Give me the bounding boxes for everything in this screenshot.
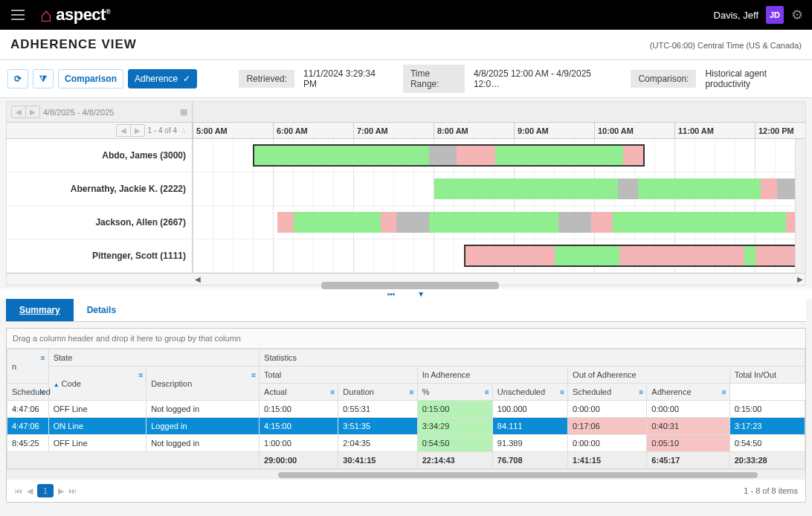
gantt-track-row[interactable] [193, 239, 795, 273]
pager-items: 1 - 8 of 8 items [744, 486, 798, 495]
tabs: Summary Details [6, 299, 806, 322]
logo-icon: ⌂ [40, 4, 51, 27]
calendar-icon[interactable]: ▦ [180, 107, 187, 117]
gantt-track-row[interactable] [193, 139, 795, 172]
col-menu-icon: ≡ [41, 354, 45, 362]
toolbar: ⟳ ⧩ Comparison Adherence ✓ Retrieved: 11… [0, 60, 812, 98]
pager-last-icon[interactable]: ⏭ [68, 486, 77, 495]
tab-summary[interactable]: Summary [6, 299, 74, 321]
brand-text: aspect [56, 5, 110, 25]
pager-current-page[interactable]: 1 [37, 484, 54, 497]
grid-hscroll[interactable] [7, 469, 805, 480]
prev-icon: ◀ [12, 106, 25, 117]
brand-logo[interactable]: ⌂ aspect [40, 4, 110, 27]
colgroup-total: Total [260, 367, 418, 384]
col-description[interactable]: Description≡ [146, 367, 260, 401]
timezone-label: (UTC-06:00) Central Time (US & Canada) [650, 41, 802, 50]
splitter[interactable]: ▪▪▪ ▼ [0, 288, 812, 299]
comparison-label: Comparison: [631, 70, 696, 88]
gantt-vscroll[interactable] [795, 139, 805, 273]
filter-button[interactable]: ⧩ [33, 69, 54, 88]
grid-pager: ⏮ ◀ 1 ▶ ⏭ 1 - 8 of 8 items [7, 480, 805, 502]
pager-first-icon[interactable]: ⏮ [14, 486, 22, 495]
gantt-date-range: ◀▶ 4/8/2025 - 4/8/2025 ▦ [7, 102, 193, 122]
next-icon: ▶ [25, 106, 39, 117]
user-name: Davis, Jeff [714, 10, 758, 21]
colgroup-in-adherence: In Adherence [417, 367, 567, 384]
gantt-time-axis: 5:00 AM6:00 AM7:00 AM8:00 AM9:00 AM10:00… [193, 123, 805, 138]
page-header: ADHERENCE VIEW (UTC-06:00) Central Time … [0, 30, 812, 60]
agent-name-cell[interactable]: Abdo, James (3000) [7, 139, 192, 172]
hour-label: 7:00 AM [353, 123, 434, 138]
gantt-hscroll[interactable]: ◀ ▶ [7, 273, 805, 285]
table-row[interactable]: 4:47:06ON LineLogged in4:15:003:51:353:3… [7, 418, 805, 435]
tab-details[interactable]: Details [74, 299, 129, 321]
avatar[interactable]: JD [766, 6, 784, 24]
hour-label: 8:00 AM [434, 123, 514, 138]
topbar: ⌂ aspect Davis, Jeff JD ⚙ [0, 0, 812, 30]
gantt-track-row[interactable] [193, 206, 795, 239]
col-duration[interactable]: Duration≡ [338, 384, 417, 401]
col-adherence[interactable]: Adherence≡ [647, 384, 729, 401]
agent-name-cell[interactable]: Pittenger, Scott (1111) [7, 239, 192, 273]
pager-next-icon[interactable]: ▶ [58, 486, 64, 496]
gear-icon[interactable]: ⚙ [791, 7, 803, 23]
data-grid: Drag a column header and drop it here to… [6, 328, 806, 503]
table-row[interactable]: 8:45:25OFF LineNot logged in1:00:002:04:… [7, 435, 805, 452]
hour-label: 11:00 AM [674, 123, 755, 138]
schedule-bar[interactable] [253, 144, 645, 167]
schedule-bar[interactable] [434, 178, 795, 200]
comparison-value: Historical agent productivity [702, 65, 805, 93]
gantt-agent-names: Abdo, James (3000)Abernathy, Jackie K. (… [7, 139, 193, 273]
hour-label: 5:00 AM [193, 123, 273, 138]
group-by-hint[interactable]: Drag a column header and drop it here to… [7, 329, 805, 349]
table-row[interactable]: 4:47:06OFF LineNot logged in0:15:000:55:… [7, 401, 805, 418]
hour-label: 6:00 AM [273, 123, 353, 138]
page-nav[interactable]: ◀▶ [116, 124, 145, 137]
agent-name-cell[interactable]: Abernathy, Jackie K. (2222) [7, 172, 192, 206]
group-icon[interactable]: ⛬ [180, 126, 187, 135]
hour-label: 12:00 PM [755, 123, 805, 138]
gantt-pager: ◀▶ 1 - 4 of 4 ⛬ [7, 123, 193, 138]
grip-icon: ▪▪▪ [387, 290, 396, 298]
adherence-button[interactable]: Adherence ✓ [128, 69, 197, 88]
col-actual[interactable]: Actual≡ [260, 384, 338, 401]
grid-footer-row: 29:00:00 30:41:15 22:14:43 76.708 1:41:1… [7, 452, 805, 469]
col-code[interactable]: Code≡ [48, 367, 146, 401]
schedule-bar[interactable] [464, 245, 796, 267]
gantt-chart: ◀▶ 4/8/2025 - 4/8/2025 ▦ ◀▶ 1 - 4 of 4 ⛬… [6, 101, 806, 286]
date-nav[interactable]: ◀▶ [11, 106, 40, 118]
refresh-button[interactable]: ⟳ [7, 69, 28, 88]
col-scheduled[interactable]: Scheduled≡ [7, 384, 49, 401]
colgroup-statistics: Statistics [260, 349, 805, 367]
scroll-left-icon: ◀ [193, 275, 203, 283]
col-scheduled2[interactable]: Scheduled≡ [568, 384, 647, 401]
menu-icon[interactable] [9, 6, 27, 24]
colgroup-total-inout: Total In/Out [729, 367, 805, 384]
chevron-down-icon: ▼ [417, 290, 425, 298]
user-area: Davis, Jeff JD ⚙ [714, 6, 803, 24]
page-title: ADHERENCE VIEW [10, 37, 137, 52]
agent-name-cell[interactable]: Jackson, Allen (2667) [7, 206, 192, 239]
comparison-button[interactable]: Comparison [58, 69, 123, 88]
colgroup-state: State [48, 349, 259, 367]
colgroup-out-of-adherence: Out of Adherence [568, 367, 730, 384]
schedule-bar[interactable] [277, 211, 795, 233]
gantt-tracks[interactable] [193, 139, 795, 273]
gantt-track-row[interactable] [193, 172, 795, 206]
timerange-value: 4/8/2025 12:00 AM - 4/9/2025 12:0… [471, 65, 612, 93]
col-time[interactable]: n≡ [7, 349, 49, 384]
hour-label: 9:00 AM [514, 123, 594, 138]
hour-label: 10:00 AM [594, 123, 674, 138]
timerange-label: Time Range: [403, 65, 465, 93]
pager-prev-icon[interactable]: ◀ [27, 486, 33, 496]
col-unscheduled[interactable]: Unscheduled≡ [492, 384, 567, 401]
retrieved-value: 11/1/2024 3:29:34 PM [300, 65, 384, 93]
scroll-right-icon: ▶ [795, 275, 805, 283]
col-percent[interactable]: %≡ [417, 384, 492, 401]
retrieved-label: Retrieved: [239, 70, 294, 88]
